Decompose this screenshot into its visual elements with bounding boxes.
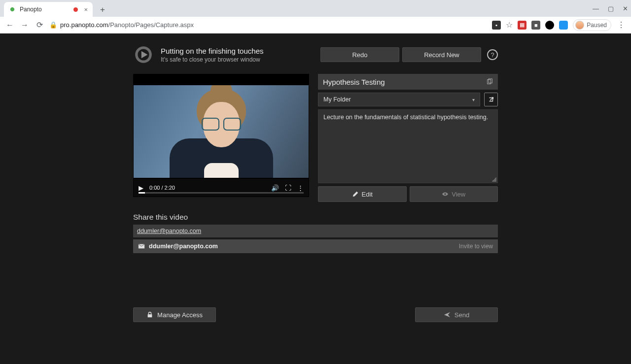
send-icon xyxy=(444,311,451,318)
share-chip-email: ddumler@panopto.com xyxy=(149,243,218,250)
share-email-input[interactable]: ddumler@panopto.com xyxy=(133,225,498,237)
video-thumbnail xyxy=(134,85,309,178)
help-icon[interactable]: ? xyxy=(487,49,498,60)
new-tab-button[interactable]: + xyxy=(96,3,109,17)
lock-icon xyxy=(146,311,153,318)
folder-select[interactable]: My Folder ▾ xyxy=(318,93,480,106)
kebab-menu-icon[interactable]: ⋮ xyxy=(616,20,626,30)
tab-title: Panopto xyxy=(20,6,42,13)
video-more-icon[interactable]: ⋮ xyxy=(297,184,304,192)
svg-rect-3 xyxy=(148,314,152,317)
copy-icon[interactable] xyxy=(486,78,493,85)
url-host: pro.panopto.com xyxy=(60,21,108,29)
maximize-icon[interactable]: ▢ xyxy=(608,5,614,12)
share-chip-hint: Invite to view xyxy=(459,243,493,250)
url-path: /Panopto/Pages/Capture.aspx xyxy=(108,21,194,29)
address-bar: ← → ⟳ 🔒 pro.panopto.com/Panopto/Pages/Ca… xyxy=(0,17,631,33)
header-title: Putting on the finishing touches xyxy=(161,47,263,55)
resize-grip-icon[interactable] xyxy=(491,177,496,182)
play-icon[interactable]: ▶ xyxy=(139,184,143,192)
ext-black-circle-icon[interactable] xyxy=(545,21,554,30)
recording-dot-icon xyxy=(73,7,78,12)
browser-window: Panopto × + — ▢ ✕ ← → ⟳ 🔒 pro.panopto.co… xyxy=(0,0,631,364)
ext-gray-icon[interactable]: ■ xyxy=(531,21,540,30)
reload-icon[interactable]: ⟳ xyxy=(35,20,44,30)
video-preview: ▶ 0:00 / 2:20 🔊 ⛶ ⋮ xyxy=(133,74,309,197)
share-suggestion-row[interactable]: ddumler@panopto.com Invite to view xyxy=(133,239,498,253)
tab-bar: Panopto × + — ▢ ✕ xyxy=(0,0,631,17)
video-controls: ▶ 0:00 / 2:20 🔊 ⛶ ⋮ xyxy=(134,179,309,197)
ext-blue-icon[interactable] xyxy=(559,21,568,30)
window-controls: — ▢ ✕ xyxy=(593,0,628,17)
page-content: Putting on the finishing touches It's sa… xyxy=(0,33,631,364)
forward-icon[interactable]: → xyxy=(20,21,30,30)
video-time: 0:00 / 2:20 xyxy=(149,185,175,191)
fullscreen-icon[interactable]: ⛶ xyxy=(285,184,291,192)
url-field[interactable]: 🔒 pro.panopto.com/Panopto/Pages/Capture.… xyxy=(49,21,487,29)
profile-paused-pill[interactable]: Paused xyxy=(573,19,611,31)
favicon-icon xyxy=(9,6,16,13)
header-subtitle: It's safe to close your browser window xyxy=(161,56,263,63)
close-tab-icon[interactable]: × xyxy=(84,6,88,13)
volume-icon[interactable]: 🔊 xyxy=(271,184,279,192)
send-button[interactable]: Send xyxy=(415,307,498,322)
minimize-icon[interactable]: — xyxy=(593,5,599,12)
lock-icon: 🔒 xyxy=(49,21,57,29)
panopto-logo-icon xyxy=(133,44,154,65)
description-field[interactable]: Lecture on the fundamentals of statistic… xyxy=(318,109,498,183)
ext-camera-icon[interactable]: ▪ xyxy=(492,21,501,30)
share-heading: Share this video xyxy=(133,213,498,222)
video-progress[interactable] xyxy=(139,192,304,194)
recording-title-field[interactable]: Hypothesis Testing xyxy=(318,74,498,90)
paused-label: Paused xyxy=(587,22,607,29)
record-new-button[interactable]: Record New xyxy=(402,47,481,62)
extension-tray: ▪ ☆ ▦ ■ Paused ⋮ xyxy=(492,19,626,31)
star-icon[interactable]: ☆ xyxy=(506,20,513,30)
header-bar: Putting on the finishing touches It's sa… xyxy=(133,38,498,74)
ext-red-icon[interactable]: ▦ xyxy=(518,21,526,30)
share-section: Share this video ddumler@panopto.com ddu… xyxy=(133,213,498,322)
browser-tab[interactable]: Panopto × xyxy=(4,2,93,17)
manage-access-button[interactable]: Manage Access xyxy=(133,307,216,322)
view-button[interactable]: View xyxy=(410,186,498,202)
close-window-icon[interactable]: ✕ xyxy=(623,5,628,12)
chevron-down-icon: ▾ xyxy=(472,97,475,102)
back-icon[interactable]: ← xyxy=(5,21,15,30)
redo-button[interactable]: Redo xyxy=(320,47,399,62)
edit-button[interactable]: Edit xyxy=(318,186,407,202)
open-external-icon[interactable] xyxy=(484,93,498,106)
mail-icon xyxy=(138,243,145,250)
avatar-icon xyxy=(575,21,584,30)
